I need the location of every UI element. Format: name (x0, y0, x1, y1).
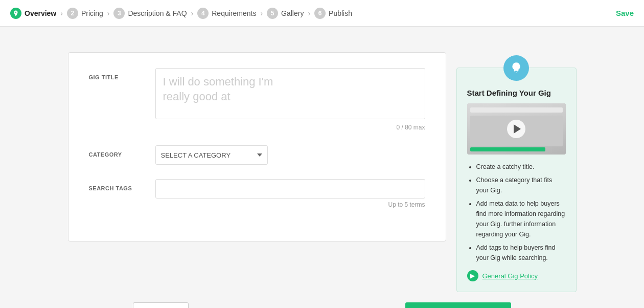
nav-step-publish[interactable]: 6 Publish (314, 8, 352, 19)
search-tags-field: Up to 5 terms (155, 179, 425, 208)
chevron-4: › (260, 9, 263, 17)
form-card: GIG TITLE 0 / 80 max CATEGORY SELECT A C… (68, 52, 446, 241)
nav-step-description[interactable]: 3 Description & FAQ (113, 8, 187, 19)
video-thumbnail[interactable] (467, 103, 566, 155)
nav-step-gallery-label: Gallery (281, 9, 304, 17)
nav-step-publish-label: Publish (329, 9, 352, 17)
category-field: SELECT A CATEGORY (155, 145, 425, 165)
requirements-step-num: 4 (197, 8, 209, 19)
nav-step-overview-label: Overview (25, 9, 56, 17)
category-row: CATEGORY SELECT A CATEGORY (89, 145, 425, 165)
category-select[interactable]: SELECT A CATEGORY (155, 145, 268, 165)
char-count: 0 / 80 max (155, 124, 425, 131)
chevron-2: › (107, 9, 110, 17)
overview-icon (10, 8, 21, 19)
search-tags-label: SEARCH TAGS (89, 179, 155, 191)
nav-step-description-label: Description & FAQ (128, 9, 187, 17)
page-body: GIG TITLE 0 / 80 max CATEGORY SELECT A C… (0, 27, 644, 308)
top-nav: Overview › 2 Pricing › 3 Description & F… (0, 0, 644, 27)
gig-title-field: 0 / 80 max (155, 68, 425, 131)
publish-step-num: 6 (314, 8, 326, 19)
save-continue-button[interactable]: Save & Continue (405, 302, 511, 308)
pricing-step-num: 2 (67, 8, 78, 19)
description-step-num: 3 (113, 8, 125, 19)
gig-title-label: GIG TITLE (89, 68, 155, 80)
sidebar-panel: Start Defining Your Gig Create a catchy … (456, 68, 577, 292)
search-tags-row: SEARCH TAGS Up to 5 terms (89, 179, 425, 208)
save-button[interactable]: Save (616, 9, 634, 17)
gig-title-row: GIG TITLE 0 / 80 max (89, 68, 425, 131)
nav-steps: Overview › 2 Pricing › 3 Description & F… (10, 8, 352, 19)
nav-step-pricing-label: Pricing (81, 9, 103, 17)
panel-icon-circle (503, 55, 529, 81)
panel-title: Start Defining Your Gig (467, 89, 566, 97)
tip-1: Create a catchy title. (476, 162, 566, 172)
tip-2: Choose a category that fits your Gig. (476, 175, 566, 195)
chevron-5: › (308, 9, 310, 17)
video-play-button[interactable] (507, 120, 525, 138)
tip-4: Add tags to help buyers find your Gig wh… (476, 243, 566, 263)
cancel-button[interactable]: Cancel (133, 302, 189, 308)
gig-title-input[interactable] (155, 68, 425, 119)
nav-step-gallery[interactable]: 5 Gallery (267, 8, 304, 19)
policy-link-text[interactable]: General Gig Policy (482, 272, 538, 280)
category-label: CATEGORY (89, 145, 155, 158)
nav-step-overview[interactable]: Overview (10, 8, 56, 19)
gallery-step-num: 5 (267, 8, 278, 19)
nav-step-requirements[interactable]: 4 Requirements (197, 8, 256, 19)
bottom-row: Cancel Save & Continue (133, 302, 511, 308)
tip-3: Add meta data to help buyers find more i… (476, 199, 566, 239)
chevron-1: › (60, 9, 63, 17)
tags-hint: Up to 5 terms (155, 201, 425, 208)
policy-icon: ▶ (467, 270, 478, 281)
nav-step-requirements-label: Requirements (212, 9, 256, 17)
chevron-3: › (191, 9, 194, 17)
nav-step-pricing[interactable]: 2 Pricing (67, 8, 103, 19)
cards-row: GIG TITLE 0 / 80 max CATEGORY SELECT A C… (68, 52, 577, 292)
panel-policy-link[interactable]: ▶ General Gig Policy (467, 270, 566, 281)
search-tags-input[interactable] (155, 179, 425, 199)
panel-tips-list: Create a catchy title. Choose a category… (467, 162, 566, 263)
